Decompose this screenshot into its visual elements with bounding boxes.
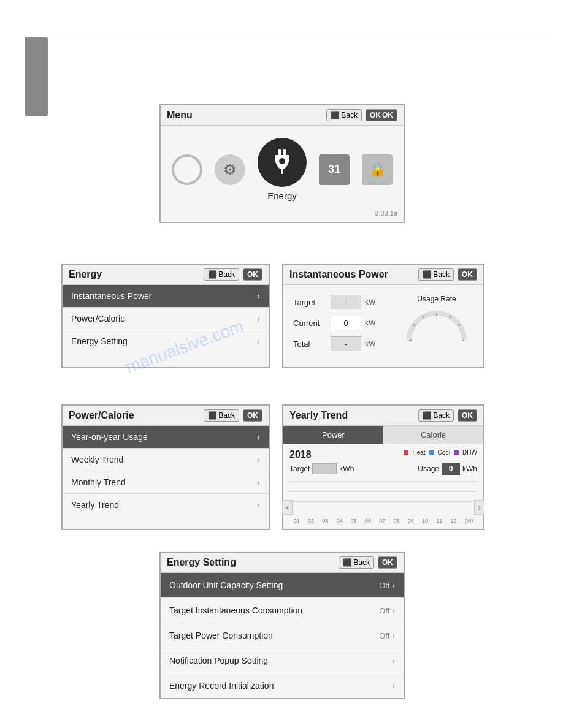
inst-current-label: Current [293, 319, 327, 328]
yearly-chart: 01 02 03 04 05 06 07 08 09 10 11 12 (M) … [289, 481, 477, 524]
chevron-icon: › [257, 336, 260, 346]
es-item-3[interactable]: Notification Popup Setting › [161, 648, 404, 673]
inst-total-value: - [331, 336, 361, 351]
power-calorie-item-1[interactable]: Weekly Trend › [63, 449, 269, 471]
es-item-0[interactable]: Outdoor Unit Capacity Setting Off › [161, 573, 404, 598]
es-item-4-label: Energy Record Initialization [169, 681, 274, 691]
inst-total-row: Total - kW [293, 336, 394, 351]
top-divider [61, 37, 551, 37]
yearly-target-row: Target kWh [289, 463, 354, 474]
usage-rate-label: Usage Rate [417, 295, 456, 303]
power-calorie-item-0[interactable]: Year-on-year Usage › [63, 426, 269, 449]
yearly-usage-row: Usage 0 kWh [418, 463, 477, 475]
energy-label: Energy [267, 191, 297, 201]
yearly-back-button[interactable]: ⬛ Back [418, 409, 454, 422]
power-calorie-panel: Power/Calorie ⬛ Back OK Year-on-year Usa… [61, 404, 270, 530]
yearly-trend-header: Yearly Trend ⬛ Back OK [283, 406, 483, 426]
menu-ok-button[interactable]: OK OK [366, 109, 397, 121]
inst-left: Target - kW Current 0 kW Total - kW [293, 295, 394, 357]
chart-next-button[interactable]: › [474, 500, 484, 515]
energy-menu-header: Energy ⬛ Back OK [63, 265, 269, 285]
cool-legend-label: Cool [438, 449, 451, 456]
svg-point-2 [279, 158, 285, 164]
chevron-icon: › [257, 314, 260, 324]
power-calorie-item-3[interactable]: Yearly Trend › [63, 494, 269, 516]
energy-setting-title: Energy Setting [167, 557, 236, 568]
yearly-ok-button[interactable]: OK [458, 409, 477, 422]
inst-power-controls: ⬛ Back OK [418, 268, 477, 281]
power-calorie-title: Power/Calorie [69, 410, 134, 421]
power-calorie-ok-button[interactable]: OK [243, 409, 262, 422]
gauge-container [403, 307, 470, 344]
dhw-legend-dot [454, 450, 459, 455]
energy-setting-panel: Energy Setting ⬛ Back OK Outdoor Unit Ca… [159, 552, 405, 699]
es-item-1[interactable]: Target Instantaneous Consumption Off › [161, 598, 404, 623]
inst-ok-button[interactable]: OK [458, 268, 477, 281]
es-item-2-value: Off [379, 631, 389, 640]
chart-prev-button[interactable]: ‹ [282, 500, 293, 515]
chevron-icon: › [257, 291, 260, 301]
tab-calorie[interactable]: Calorie [383, 426, 483, 444]
yearly-tabs: Power Calorie [283, 426, 483, 444]
es-item-2[interactable]: Target Power Consumption Off › [161, 623, 404, 648]
energy-setting-back-button[interactable]: ⬛ Back [339, 556, 374, 569]
inst-target-row: Target - kW [293, 295, 394, 309]
energy-back-button[interactable]: ⬛ Back [204, 268, 239, 281]
back-icon: ⬛ [208, 411, 217, 420]
dhw-legend-label: DHW [462, 449, 477, 456]
inst-total-label: Total [293, 339, 327, 349]
inst-current-row: Current 0 kW [293, 316, 394, 330]
es-item-0-value: Off [379, 581, 389, 590]
menu-panel: Menu ⬛ Back OK OK ⚙ [159, 104, 405, 223]
es-item-1-right: Off › [379, 605, 395, 615]
yearly-year: 2018 [289, 449, 312, 460]
power-calorie-back-button[interactable]: ⬛ Back [204, 409, 239, 422]
chevron-icon: › [257, 500, 260, 510]
chevron-icon: › [257, 455, 260, 464]
inst-back-button[interactable]: ⬛ Back [418, 268, 454, 281]
power-calorie-item-2[interactable]: Monthly Trend › [63, 471, 269, 494]
back-icon: ⬛ [208, 270, 217, 279]
energy-setting-ok-button[interactable]: OK [378, 556, 397, 569]
inst-target-value: - [331, 295, 361, 309]
yearly-usage-unit: kWh [462, 464, 477, 473]
chevron-icon: › [257, 477, 260, 487]
energy-menu-item-2[interactable]: Energy Setting › [63, 330, 269, 352]
power-calorie-controls: ⬛ Back OK [204, 409, 262, 422]
energy-menu-controls: ⬛ Back OK [204, 268, 262, 281]
back-icon: ⬛ [423, 270, 432, 279]
yearly-target-unit: kWh [339, 464, 354, 473]
inst-power-title: Instantaneous Power [289, 269, 388, 280]
menu-back-button[interactable]: ⬛ Back [326, 109, 362, 121]
chevron-icon: › [257, 432, 260, 442]
svg-rect-3 [281, 169, 283, 174]
es-item-4[interactable]: Energy Record Initialization › [161, 673, 404, 698]
calendar-icon: 31 [319, 154, 350, 185]
energy-ok-button[interactable]: OK [243, 268, 262, 281]
back-icon: ⬛ [423, 411, 432, 420]
cool-legend-dot [429, 450, 434, 455]
yearly-body: 2018 Heat Cool DHW Target kWh Usage [283, 444, 483, 529]
inst-target-unit: kW [365, 298, 375, 306]
tab-power[interactable]: Power [283, 426, 383, 444]
yearly-trend-controls: ⬛ Back OK [418, 409, 477, 422]
energy-icon-item[interactable]: Energy [258, 138, 307, 201]
chart-xaxis: 01 02 03 04 05 06 07 08 09 10 11 12 (M) [289, 518, 477, 524]
menu-version: 3.03.1a [161, 207, 404, 222]
yearly-info-row: 2018 Heat Cool DHW [289, 449, 477, 460]
es-item-0-right: Off › [379, 580, 395, 590]
lock-icon-item[interactable]: 🔒 [362, 154, 393, 185]
back-icon: ⬛ [331, 111, 340, 119]
panels-row-2: Power/Calorie ⬛ Back OK Year-on-year Usa… [61, 404, 484, 530]
energy-menu-item-0[interactable]: Instantaneous Power › [63, 285, 269, 308]
es-item-2-right: Off › [379, 631, 395, 640]
heat-legend-label: Heat [412, 449, 425, 456]
calendar-icon-item[interactable]: 31 [319, 154, 350, 185]
gear-icon-item[interactable]: ⚙ [215, 154, 245, 185]
yearly-trend-title: Yearly Trend [289, 410, 348, 421]
inst-right: Usage Rate [400, 295, 473, 357]
yearly-target-label: Target [289, 464, 310, 473]
energy-menu-item-1[interactable]: Power/Calorie › [63, 308, 269, 330]
menu-panel-controls: ⬛ Back OK OK [326, 109, 397, 121]
chevron-icon: › [392, 681, 395, 691]
